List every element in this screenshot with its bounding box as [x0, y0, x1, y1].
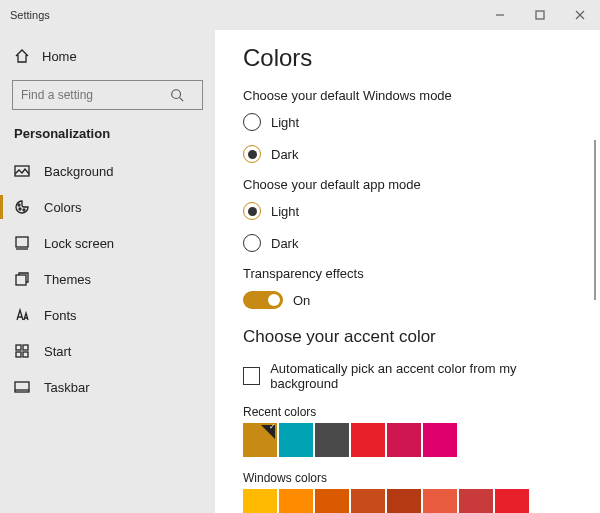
- radio-label: Light: [271, 204, 299, 219]
- auto-accent-label: Automatically pick an accent color from …: [270, 361, 572, 391]
- svg-point-4: [172, 90, 181, 99]
- color-swatch[interactable]: [423, 489, 457, 513]
- app-mode-label: Choose your default app mode: [243, 177, 572, 192]
- fonts-icon: [14, 307, 30, 323]
- svg-rect-15: [16, 352, 21, 357]
- windows-mode-label: Choose your default Windows mode: [243, 88, 572, 103]
- section-label: Personalization: [0, 122, 215, 153]
- titlebar: Settings: [0, 0, 600, 30]
- nav-label: Themes: [44, 272, 91, 287]
- radio-label: Light: [271, 115, 299, 130]
- color-swatch[interactable]: [351, 489, 385, 513]
- windows-colors: [243, 489, 572, 513]
- nav-label: Fonts: [44, 308, 77, 323]
- window-title: Settings: [10, 9, 50, 21]
- svg-point-8: [19, 208, 21, 210]
- minimize-button[interactable]: [480, 0, 520, 30]
- sidebar-item-start[interactable]: Start: [0, 333, 215, 369]
- maximize-button[interactable]: [520, 0, 560, 30]
- radio-icon: [243, 113, 261, 131]
- sidebar-item-lock-screen[interactable]: Lock screen: [0, 225, 215, 261]
- page-title: Colors: [243, 44, 572, 72]
- recent-colors: [243, 423, 572, 457]
- themes-icon: [14, 271, 30, 287]
- nav: Background Colors Lock screen Themes Fon…: [0, 153, 215, 405]
- checkbox-icon: [243, 367, 260, 385]
- windows-colors-label: Windows colors: [243, 471, 572, 485]
- color-swatch[interactable]: [315, 489, 349, 513]
- color-swatch[interactable]: [387, 423, 421, 457]
- color-swatch[interactable]: [279, 423, 313, 457]
- toggle-state: On: [293, 293, 310, 308]
- colors-icon: [14, 199, 30, 215]
- home-link[interactable]: Home: [0, 42, 215, 70]
- sidebar-item-background[interactable]: Background: [0, 153, 215, 189]
- recent-colors-label: Recent colors: [243, 405, 572, 419]
- color-swatch[interactable]: [423, 423, 457, 457]
- color-swatch[interactable]: [351, 423, 385, 457]
- radio-icon: [243, 234, 261, 252]
- background-icon: [14, 163, 30, 179]
- windows-mode-light[interactable]: Light: [243, 113, 572, 131]
- auto-accent-row[interactable]: Automatically pick an accent color from …: [243, 361, 572, 391]
- search-icon: [169, 87, 185, 103]
- color-swatch[interactable]: [279, 489, 313, 513]
- nav-label: Taskbar: [44, 380, 90, 395]
- nav-label: Background: [44, 164, 113, 179]
- color-swatch[interactable]: [315, 423, 349, 457]
- main-content: Colors Choose your default Windows mode …: [215, 30, 600, 513]
- taskbar-icon: [14, 379, 30, 395]
- color-swatch[interactable]: [459, 489, 493, 513]
- nav-label: Lock screen: [44, 236, 114, 251]
- start-icon: [14, 343, 30, 359]
- app-mode-dark[interactable]: Dark: [243, 234, 572, 252]
- radio-icon: [243, 202, 261, 220]
- window-controls: [480, 0, 600, 30]
- scrollbar[interactable]: [594, 140, 596, 300]
- nav-label: Start: [44, 344, 71, 359]
- home-icon: [14, 48, 30, 64]
- radio-label: Dark: [271, 236, 298, 251]
- svg-rect-12: [16, 275, 26, 285]
- svg-line-5: [180, 98, 184, 102]
- radio-label: Dark: [271, 147, 298, 162]
- windows-mode-dark[interactable]: Dark: [243, 145, 572, 163]
- color-swatch[interactable]: [495, 489, 529, 513]
- svg-rect-10: [16, 237, 28, 247]
- nav-label: Colors: [44, 200, 82, 215]
- lock-screen-icon: [14, 235, 30, 251]
- color-swatch[interactable]: [243, 423, 277, 457]
- color-swatch[interactable]: [243, 489, 277, 513]
- svg-rect-16: [23, 352, 28, 357]
- sidebar-item-themes[interactable]: Themes: [0, 261, 215, 297]
- transparency-label: Transparency effects: [243, 266, 572, 281]
- svg-rect-13: [16, 345, 21, 350]
- svg-point-9: [23, 209, 25, 211]
- svg-rect-14: [23, 345, 28, 350]
- accent-title: Choose your accent color: [243, 327, 572, 347]
- home-label: Home: [42, 49, 77, 64]
- sidebar-item-fonts[interactable]: Fonts: [0, 297, 215, 333]
- svg-rect-1: [536, 11, 544, 19]
- sidebar-item-taskbar[interactable]: Taskbar: [0, 369, 215, 405]
- app-mode-light[interactable]: Light: [243, 202, 572, 220]
- radio-icon: [243, 145, 261, 163]
- sidebar-item-colors[interactable]: Colors: [0, 189, 215, 225]
- svg-point-7: [18, 204, 20, 206]
- color-swatch[interactable]: [387, 489, 421, 513]
- transparency-toggle[interactable]: [243, 291, 283, 309]
- close-button[interactable]: [560, 0, 600, 30]
- sidebar: Home Personalization Background Colors L…: [0, 30, 215, 513]
- transparency-toggle-row: On: [243, 291, 572, 309]
